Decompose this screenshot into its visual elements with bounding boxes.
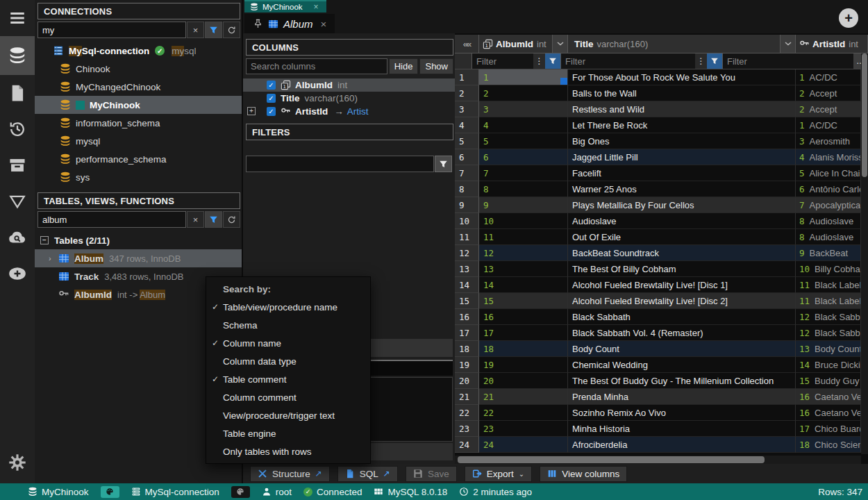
nav-database[interactable] bbox=[0, 36, 35, 75]
cell-title[interactable]: Restless and Wild bbox=[568, 101, 796, 117]
cell-artistid[interactable]: 16Caetano Veloso bbox=[796, 389, 861, 405]
cell-artistid[interactable]: 2Accept bbox=[796, 101, 861, 117]
cell-title[interactable]: Warner 25 Anos bbox=[568, 181, 796, 197]
collapse-icon[interactable]: − bbox=[40, 236, 49, 244]
row-number[interactable]: 13 bbox=[455, 261, 479, 277]
new-tab-button[interactable]: + bbox=[839, 8, 858, 28]
nav-query-designer[interactable] bbox=[0, 183, 35, 219]
column-checkbox[interactable]: ✓ bbox=[267, 107, 276, 116]
cell-albumid[interactable]: 11 bbox=[479, 229, 568, 245]
close-icon[interactable]: × bbox=[321, 18, 327, 30]
cell-title[interactable]: Facelift bbox=[568, 165, 796, 181]
cell-title[interactable]: Minha Historia bbox=[568, 421, 796, 437]
filter-funnel-button[interactable] bbox=[545, 53, 560, 69]
column-menu-button[interactable] bbox=[780, 35, 795, 53]
cell-albumid[interactable]: 20 bbox=[479, 373, 568, 389]
filter-value-input[interactable] bbox=[246, 156, 434, 172]
row-number[interactable]: 15 bbox=[455, 293, 479, 309]
expand-icon[interactable]: + bbox=[247, 107, 256, 115]
connections-filter-button[interactable] bbox=[205, 22, 222, 38]
tables-search-input[interactable] bbox=[37, 211, 186, 228]
connections-refresh-button[interactable] bbox=[223, 22, 240, 38]
row-number[interactable]: 4 bbox=[455, 117, 479, 133]
cell-artistid[interactable]: 3Aerosmith bbox=[796, 133, 861, 149]
status-connection[interactable]: MySql-connection bbox=[131, 487, 219, 497]
tables-clear-button[interactable]: × bbox=[187, 211, 204, 228]
row-number[interactable]: 18 bbox=[455, 341, 479, 357]
cell-title[interactable]: Big Ones bbox=[568, 133, 796, 149]
column-header-title[interactable]: Title varchar(160) bbox=[568, 35, 796, 53]
menu-item[interactable]: Only tables with rows bbox=[206, 442, 370, 460]
row-number[interactable]: 24 bbox=[455, 437, 479, 453]
row-number[interactable]: 2 bbox=[455, 85, 479, 101]
cell-artistid[interactable]: 10Billy Cobham bbox=[796, 261, 861, 277]
cell-albumid[interactable]: 21 bbox=[479, 389, 568, 405]
tables-group-row[interactable]: − Tables (2/11) bbox=[35, 231, 242, 249]
nav-menu[interactable] bbox=[0, 0, 35, 36]
connection-color-badge[interactable] bbox=[231, 486, 250, 498]
cell-title[interactable]: Alcohol Fueled Brewtality Live! [Disc 2] bbox=[568, 293, 796, 309]
structure-button[interactable]: Structure ↗ bbox=[250, 466, 330, 482]
save-button[interactable]: Save bbox=[406, 466, 457, 482]
cell-title[interactable]: Audioslave bbox=[568, 213, 796, 229]
sql-button[interactable]: SQL ↗ bbox=[337, 466, 398, 482]
menu-item[interactable]: Column comment bbox=[206, 388, 370, 406]
cell-artistid[interactable]: 14Bruce Dickinson bbox=[796, 357, 861, 373]
vertical-scrollbar[interactable] bbox=[861, 53, 868, 454]
cell-albumid[interactable]: 22 bbox=[479, 405, 568, 421]
nav-files[interactable] bbox=[0, 75, 35, 111]
cell-albumid[interactable]: 17 bbox=[479, 325, 568, 341]
nav-settings[interactable] bbox=[0, 444, 35, 481]
filter-apply-button[interactable] bbox=[435, 156, 452, 172]
cell-title[interactable]: Plays Metallica By Four Cellos bbox=[568, 197, 796, 213]
cell-albumid[interactable]: 13 bbox=[479, 261, 568, 277]
horizontal-scrollbar[interactable] bbox=[455, 456, 861, 464]
cell-artistid[interactable]: 16Caetano Veloso bbox=[796, 405, 861, 421]
cell-albumid[interactable]: 24 bbox=[479, 437, 568, 453]
connection-tree-item[interactable]: MyChinook bbox=[35, 96, 242, 114]
cell-title[interactable]: Chemical Wedding bbox=[568, 357, 796, 373]
hide-button[interactable]: Hide bbox=[389, 58, 419, 74]
show-button[interactable]: Show bbox=[419, 58, 453, 74]
cell-artistid[interactable]: 15Buddy Guy bbox=[796, 373, 861, 389]
menu-item[interactable]: Column data type bbox=[206, 352, 370, 370]
nav-archive[interactable] bbox=[0, 147, 35, 183]
connection-tree-item[interactable]: Chinook bbox=[35, 60, 242, 78]
cell-albumid[interactable]: 2 bbox=[479, 85, 568, 101]
cell-title[interactable]: Prenda Minha bbox=[568, 389, 796, 405]
connection-tree-item[interactable]: information_schema bbox=[35, 114, 242, 132]
row-number[interactable]: 7 bbox=[455, 165, 479, 181]
connection-tree-item[interactable]: sys bbox=[35, 168, 242, 186]
cell-title[interactable]: For Those About To Rock We Salute You bbox=[568, 69, 796, 85]
cell-title[interactable]: The Best Of Billy Cobham bbox=[568, 261, 796, 277]
table-tree-item[interactable]: ›Album347 rows, InnoDB bbox=[35, 249, 242, 267]
cell-title[interactable]: BackBeat Soundtrack bbox=[568, 245, 796, 261]
cell-artistid[interactable]: 1AC/DC bbox=[796, 69, 861, 85]
column-list-item[interactable]: ✓1AlbumIdint bbox=[243, 78, 455, 92]
cell-artistid[interactable]: 11Black Label Society bbox=[796, 277, 861, 293]
fill-handle[interactable] bbox=[560, 78, 567, 85]
connection-tree-item[interactable]: MyChangedChinook bbox=[35, 78, 242, 96]
row-number[interactable]: 20 bbox=[455, 373, 479, 389]
cell-title[interactable]: Afrociberdelia bbox=[568, 437, 796, 453]
cell-albumid[interactable]: 16 bbox=[479, 309, 568, 325]
status-database[interactable]: MyChinook bbox=[28, 487, 89, 497]
connection-tree-item[interactable]: performance_schema bbox=[35, 150, 242, 168]
cell-albumid[interactable]: 23 bbox=[479, 421, 568, 437]
cell-albumid[interactable]: 14 bbox=[479, 277, 568, 293]
row-number[interactable]: 9 bbox=[455, 197, 479, 213]
cell-artistid[interactable]: 4Alanis Morissette bbox=[796, 149, 861, 165]
column-header-albumid[interactable]: 1 AlbumId int bbox=[479, 35, 568, 53]
collapse-columns-button[interactable]: «« bbox=[455, 35, 479, 53]
row-number[interactable]: 11 bbox=[455, 229, 479, 245]
database-color-badge[interactable] bbox=[101, 486, 119, 498]
scrollbar-thumb[interactable] bbox=[862, 53, 867, 177]
row-number[interactable]: 17 bbox=[455, 325, 479, 341]
cell-title[interactable]: Out Of Exile bbox=[568, 229, 796, 245]
row-number[interactable]: 21 bbox=[455, 389, 479, 405]
connection-tree-item[interactable]: MySql-connection✓mysql bbox=[35, 42, 242, 60]
scrollbar-thumb[interactable] bbox=[458, 456, 765, 463]
close-icon[interactable]: × bbox=[314, 2, 319, 12]
expand-chevron-icon[interactable]: › bbox=[49, 254, 54, 262]
column-list-item[interactable]: ✓Titlevarchar(160) bbox=[243, 92, 455, 105]
